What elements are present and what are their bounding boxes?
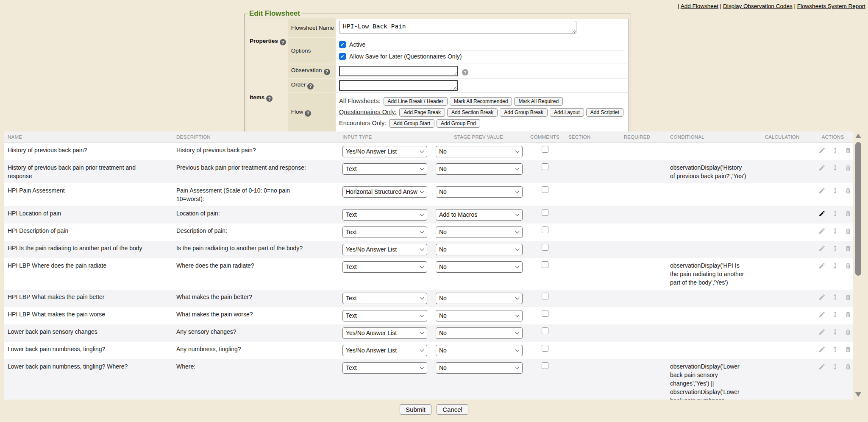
add-group-end-button[interactable]: Add Group End [437, 119, 480, 128]
scrollbar-thumb[interactable] [855, 142, 861, 276]
stage-prev-value-select[interactable]: No [436, 226, 523, 238]
input-type-select[interactable]: Text [342, 226, 427, 238]
scroll-down-arrow-icon[interactable] [855, 392, 861, 397]
help-icon[interactable]: ? [324, 69, 330, 75]
input-type-select[interactable]: Yes/No Answer List [342, 327, 427, 339]
edit-pencil-icon[interactable] [818, 187, 826, 194]
input-type-select[interactable]: Text [342, 293, 427, 304]
delete-trash-icon[interactable] [845, 187, 851, 194]
delete-trash-icon[interactable] [845, 329, 851, 335]
delete-trash-icon[interactable] [845, 363, 851, 370]
help-icon[interactable]: ? [280, 39, 286, 45]
add-group-start-button[interactable]: Add Group Start [389, 119, 434, 128]
edit-pencil-icon[interactable] [818, 293, 826, 301]
comments-checkbox[interactable] [542, 186, 548, 193]
add-page-break-button[interactable]: Add Page Break [399, 108, 445, 117]
input-type-select[interactable]: Text [342, 310, 427, 321]
stage-prev-value-select[interactable]: No [436, 261, 523, 273]
edit-pencil-icon[interactable] [818, 311, 826, 318]
move-updown-icon[interactable] [832, 311, 839, 318]
input-type-select[interactable]: Text [342, 163, 427, 175]
comments-checkbox[interactable] [542, 345, 548, 352]
order-input[interactable] [339, 80, 458, 91]
delete-trash-icon[interactable] [845, 228, 851, 235]
stage-prev-value-select[interactable]: No [436, 146, 523, 157]
stage-prev-value-select[interactable]: No [436, 163, 523, 175]
move-updown-icon[interactable] [832, 262, 839, 269]
table-scrollbar[interactable] [855, 132, 861, 398]
stage-prev-value-select[interactable]: No [436, 293, 523, 304]
help-icon[interactable]: ? [462, 69, 468, 75]
comments-checkbox[interactable] [542, 261, 548, 268]
link-add-flowsheet[interactable]: Add Flowsheet [681, 3, 718, 9]
add-group-break-button[interactable]: Add Group Break [500, 108, 548, 117]
move-updown-icon[interactable] [832, 164, 839, 171]
link-display-observation-codes[interactable]: Display Observation Codes [723, 3, 793, 9]
delete-trash-icon[interactable] [845, 210, 851, 217]
input-type-select[interactable]: Yes/No Answer List [342, 345, 427, 356]
edit-pencil-icon[interactable] [818, 328, 826, 335]
edit-pencil-icon[interactable] [818, 210, 826, 217]
observation-input[interactable] [339, 66, 458, 76]
stage-prev-value-select[interactable]: No [436, 327, 523, 339]
option-checkbox-allow-save-for-later-questionnaires-only[interactable] [339, 53, 346, 60]
edit-pencil-icon[interactable] [818, 227, 826, 235]
comments-checkbox[interactable] [542, 293, 548, 299]
comments-checkbox[interactable] [542, 310, 548, 317]
help-icon[interactable]: ? [307, 83, 314, 89]
comments-checkbox[interactable] [542, 163, 548, 170]
input-type-select[interactable]: Text [342, 261, 427, 273]
scroll-up-arrow-icon[interactable] [855, 134, 861, 138]
edit-pencil-icon[interactable] [818, 164, 826, 171]
move-updown-icon[interactable] [832, 227, 839, 235]
mark-all-recommended-button[interactable]: Mark All Recommended [450, 97, 512, 106]
stage-prev-value-select[interactable]: No [436, 244, 523, 255]
link-flowsheets-system-report[interactable]: Flowsheets System Report [797, 3, 865, 9]
flowsheet-name-input[interactable]: HPI-Low Back Pain [339, 21, 576, 34]
stage-prev-value-select[interactable]: Add to Macros [436, 209, 523, 221]
help-icon[interactable]: ? [266, 95, 273, 102]
move-updown-icon[interactable] [832, 245, 839, 252]
move-updown-icon[interactable] [832, 328, 839, 335]
submit-button[interactable]: Submit [400, 404, 431, 415]
delete-trash-icon[interactable] [845, 165, 851, 171]
add-line-break-header-button[interactable]: Add Line Break / Header [384, 97, 448, 106]
input-type-select[interactable]: Horizontal Structured Answer List [342, 186, 427, 198]
add-layout-button[interactable]: Add Layout [550, 108, 584, 117]
comments-checkbox[interactable] [542, 362, 548, 369]
delete-trash-icon[interactable] [845, 245, 851, 252]
edit-pencil-icon[interactable] [818, 262, 826, 269]
delete-trash-icon[interactable] [845, 147, 851, 154]
move-updown-icon[interactable] [832, 346, 839, 353]
stage-prev-value-select[interactable]: No [436, 186, 523, 198]
input-type-select[interactable]: Text [342, 209, 427, 221]
option-checkbox-active[interactable] [339, 41, 346, 48]
help-icon[interactable]: ? [305, 110, 311, 117]
move-updown-icon[interactable] [832, 293, 839, 301]
move-updown-icon[interactable] [832, 210, 839, 217]
edit-pencil-icon[interactable] [818, 346, 826, 353]
comments-checkbox[interactable] [542, 226, 548, 233]
input-type-select[interactable]: Yes/No Answer List [342, 146, 427, 157]
comments-checkbox[interactable] [542, 146, 548, 153]
comments-checkbox[interactable] [542, 327, 548, 334]
comments-checkbox[interactable] [542, 209, 548, 216]
delete-trash-icon[interactable] [845, 311, 851, 318]
edit-pencil-icon[interactable] [818, 147, 826, 154]
edit-pencil-icon[interactable] [818, 363, 826, 370]
delete-trash-icon[interactable] [845, 263, 851, 269]
stage-prev-value-select[interactable]: No [436, 345, 523, 356]
delete-trash-icon[interactable] [845, 346, 851, 353]
add-section-break-button[interactable]: Add Section Break [447, 108, 498, 117]
move-updown-icon[interactable] [832, 363, 839, 370]
delete-trash-icon[interactable] [845, 294, 851, 301]
edit-pencil-icon[interactable] [818, 245, 826, 252]
mark-all-required-button[interactable]: Mark All Required [514, 97, 563, 106]
add-scriptlet-button[interactable]: Add Scriptlet [586, 108, 623, 117]
move-updown-icon[interactable] [832, 187, 839, 194]
cancel-button[interactable]: Cancel [437, 404, 468, 415]
stage-prev-value-select[interactable]: No [436, 362, 523, 374]
comments-checkbox[interactable] [542, 244, 548, 251]
input-type-select[interactable]: Text [342, 362, 427, 374]
stage-prev-value-select[interactable]: No [436, 310, 523, 321]
